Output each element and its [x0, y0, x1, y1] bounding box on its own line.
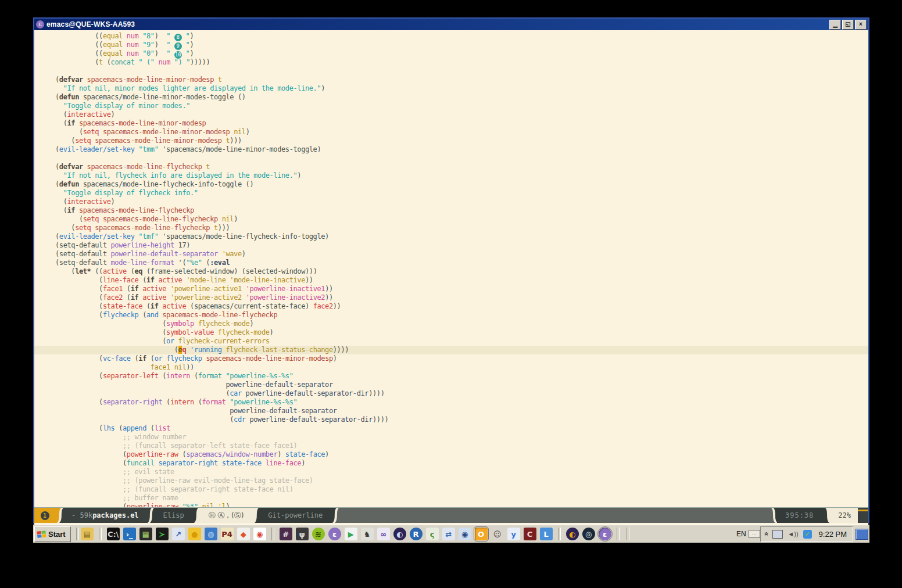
- editor-buffer[interactable]: ((equal num "8") " 8 ") ((equal num "9")…: [34, 30, 868, 507]
- cursor-position[interactable]: 395:38: [777, 508, 822, 523]
- scroll-percentage[interactable]: 22%: [831, 508, 858, 523]
- globe-icon[interactable]: ◍: [205, 528, 217, 540]
- code-line[interactable]: (symbolp flycheck-mode): [55, 320, 865, 328]
- code-line[interactable]: (powerline-raw (spacemacs/window-number)…: [55, 450, 865, 459]
- tally-icon[interactable]: ψ: [296, 528, 309, 540]
- code-line[interactable]: (setq-default powerline-height 17): [55, 241, 865, 250]
- eclipse2-icon[interactable]: ◐: [566, 528, 579, 540]
- steam-icon[interactable]: ◎: [582, 528, 595, 540]
- gimp-icon[interactable]: ☺: [491, 528, 504, 540]
- folder-icon[interactable]: ▤: [81, 528, 94, 540]
- code-line[interactable]: (defvar spacemacs-mode-line-minor-modesp…: [55, 76, 865, 84]
- code-line[interactable]: (if spacemacs-mode-line-minor-modesp: [55, 119, 865, 128]
- remote-desktop-icon[interactable]: ↗: [172, 528, 185, 540]
- code-line[interactable]: ;; window number: [55, 433, 865, 442]
- code-line[interactable]: "Toggle display of minor modes.": [55, 102, 865, 110]
- code-line[interactable]: (defvar spacemacs-mode-line-flycheckp t: [55, 163, 865, 171]
- cmd-icon[interactable]: C:\: [107, 528, 120, 540]
- code-line[interactable]: (line-face (if active 'mode-line 'mode-l…: [55, 276, 865, 285]
- major-mode-indicator[interactable]: Elisp: [155, 508, 192, 523]
- volume-icon[interactable]: ◄)): [788, 530, 798, 537]
- code-line[interactable]: (state-face (if active (spacemacs/curren…: [55, 302, 865, 311]
- code-line[interactable]: ((equal num "0") " 10 "): [55, 49, 865, 58]
- minor-modes-indicator[interactable]: Ⓗ Ⓐ , (Ⓢ): [202, 508, 251, 523]
- code-line[interactable]: ;; (powerline-raw evil-mode-line-tag sta…: [55, 476, 865, 485]
- code-line[interactable]: (defun spacemacs/mode-line-minor-modes-t…: [55, 93, 865, 102]
- code-line[interactable]: (let* ((active (eq (frame-selected-windo…: [55, 267, 865, 276]
- code-line[interactable]: (setq spacemacs-mode-line-minor-modesp n…: [55, 128, 865, 137]
- play-store-icon[interactable]: ▶: [345, 528, 357, 540]
- code-line[interactable]: (t (concat " (" num ") "))))): [55, 58, 865, 67]
- eye-icon[interactable]: ◉: [459, 528, 471, 540]
- code-line[interactable]: ;; (funcall separator-right state-face n…: [55, 485, 865, 494]
- clock[interactable]: 9:22 PM: [817, 530, 849, 539]
- window-number-badge[interactable]: 1: [34, 508, 55, 523]
- dropbox-icon[interactable]: ✓: [803, 530, 812, 539]
- code-line[interactable]: (interactive): [55, 198, 865, 206]
- l-blue-icon[interactable]: L: [540, 528, 553, 540]
- code-line[interactable]: face1 nil)): [55, 363, 865, 372]
- code-line[interactable]: (face2 (if active 'powerline-active2 'po…: [55, 293, 865, 302]
- keyboard-icon[interactable]: ···: [749, 530, 760, 538]
- infinity-icon[interactable]: ∞: [377, 528, 390, 540]
- code-line[interactable]: (setq spacemacs-mode-line-flycheckp t))): [55, 224, 865, 232]
- show-desktop-button[interactable]: [856, 529, 868, 540]
- restore-button[interactable]: ◱: [842, 20, 854, 30]
- emacs-icon[interactable]: ε: [328, 528, 341, 540]
- emacs-active-icon[interactable]: ε: [599, 528, 611, 540]
- c-red-icon[interactable]: C: [524, 528, 536, 540]
- eclipse-icon[interactable]: ◐: [393, 528, 406, 540]
- perforce-icon[interactable]: P4: [221, 528, 234, 540]
- pc-share-icon[interactable]: ⇄: [442, 528, 455, 540]
- code-line[interactable]: (evil-leader/set-key "tmm" 'spacemacs/mo…: [55, 145, 865, 154]
- code-line[interactable]: ((equal num "8") " 8 "): [55, 32, 865, 41]
- diamond-icon[interactable]: ◆: [237, 528, 250, 540]
- code-line[interactable]: (if spacemacs-mode-line-flycheckp: [55, 206, 865, 215]
- code-line[interactable]: [55, 67, 865, 76]
- code-line[interactable]: (eq 'running flycheck-last-status-change…: [34, 346, 868, 354]
- code-line[interactable]: ;; evil state: [55, 468, 865, 476]
- chrome-icon[interactable]: ◉: [253, 528, 266, 540]
- code-line[interactable]: (setq-default powerline-default-separato…: [55, 250, 865, 259]
- code-line[interactable]: "If not nil, minor modes lighter are dis…: [55, 84, 865, 93]
- code-line[interactable]: (face1 (if active 'powerline-active1 'po…: [55, 285, 865, 293]
- code-line[interactable]: (setq-default mode-line-format '("%e" (:…: [55, 259, 865, 267]
- code-line[interactable]: (separator-right (intern (format "powerl…: [55, 398, 865, 407]
- snake-icon[interactable]: ς: [426, 528, 439, 540]
- minimize-button[interactable]: ▁: [829, 20, 841, 30]
- code-line[interactable]: (or flycheck-current-errors: [55, 337, 865, 346]
- code-line[interactable]: (separator-left (intern (format "powerli…: [55, 372, 865, 381]
- code-line[interactable]: powerline-default-separator: [55, 381, 865, 389]
- code-line[interactable]: (powerline-raw "%*" nil 'l): [55, 503, 865, 507]
- code-line[interactable]: powerline-default-separator: [55, 407, 865, 415]
- code-line[interactable]: (cdr powerline-default-separator-dir)))): [55, 415, 865, 424]
- code-line[interactable]: (lhs (append (list: [55, 424, 865, 433]
- terminal-green-icon[interactable]: ≻: [156, 528, 169, 540]
- code-line[interactable]: (symbol-value flycheck-mode): [55, 328, 865, 337]
- start-button[interactable]: Start: [34, 526, 71, 542]
- code-line[interactable]: (vc-face (if (or flycheckp spacemacs-mod…: [55, 354, 865, 363]
- hash-icon[interactable]: #: [280, 528, 292, 540]
- yed-icon[interactable]: y: [507, 528, 520, 540]
- console-dark-icon[interactable]: ▦: [139, 528, 152, 540]
- code-line[interactable]: (evil-leader/set-key "tmf" 'spacemacs/mo…: [55, 232, 865, 241]
- code-line[interactable]: (defun spacemacs/mode-line-flycheck-info…: [55, 180, 865, 189]
- code-line[interactable]: (flycheckp (and spacemacs-mode-line-flyc…: [55, 311, 865, 320]
- code-line[interactable]: "If not nil, flycheck info are displayed…: [55, 171, 865, 180]
- code-line[interactable]: (setq spacemacs-mode-line-flycheckp nil): [55, 215, 865, 224]
- code-line[interactable]: (car powerline-default-separator-dir)))): [55, 389, 865, 398]
- code-line[interactable]: (funcall separator-right state-face line…: [55, 459, 865, 468]
- code-line[interactable]: "Toggle display of flycheck info.": [55, 189, 865, 198]
- powershell-icon[interactable]: ›_: [123, 528, 136, 540]
- code-line[interactable]: ;; (funcall separator-left state-face fa…: [55, 442, 865, 450]
- code-line[interactable]: ;; buffer name: [55, 494, 865, 503]
- buffer-info[interactable]: - 59k packages.el: [65, 508, 146, 523]
- code-line[interactable]: ((equal num "9") " 9 "): [55, 41, 865, 49]
- spotify-icon[interactable]: ≋: [312, 528, 325, 540]
- duck-icon[interactable]: ●: [188, 528, 201, 540]
- close-button[interactable]: ×: [855, 20, 867, 30]
- o-orange-icon[interactable]: O: [475, 528, 488, 540]
- code-line[interactable]: (setq spacemacs-mode-line-minor-modesp t…: [55, 137, 865, 145]
- tray-chevron-icon[interactable]: »: [762, 532, 770, 536]
- gnu-icon[interactable]: ♞: [361, 528, 374, 540]
